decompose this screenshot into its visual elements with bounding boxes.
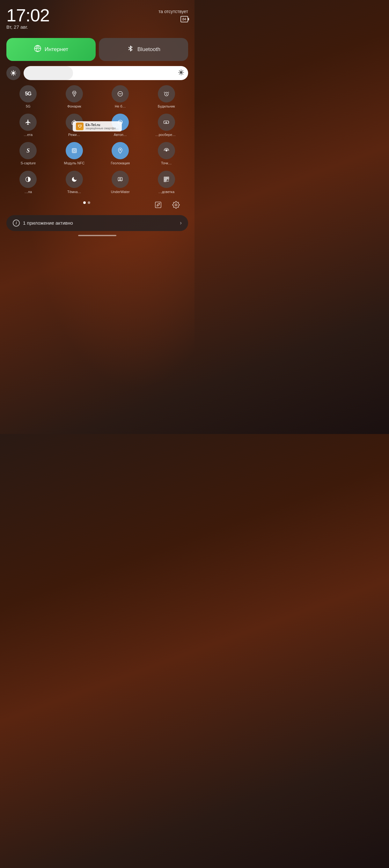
qs-contrast[interactable]: …ла [6, 171, 50, 194]
brightness-low-icon [6, 66, 21, 80]
svg-rect-45 [118, 178, 123, 181]
qs-hotspot[interactable]: Точк… [145, 142, 189, 165]
edit-button[interactable] [153, 199, 164, 211]
svg-line-14 [15, 71, 15, 72]
active-apps-banner[interactable]: i 1 приложение активно › [6, 215, 188, 231]
active-apps-text: 1 приложение активно [23, 220, 73, 226]
qs-autorotate-icon [111, 114, 129, 131]
header: 17:02 Вт, 27 авг. та отсутствует 84 [6, 6, 188, 35]
svg-text:?: ? [38, 49, 39, 51]
qs-home-label: Режи… [68, 133, 80, 137]
qs-grid-row2: …ета Режи… Автоп… [6, 114, 188, 137]
brightness-slider[interactable] [24, 66, 188, 80]
internet-toggle[interactable]: ? Интернет [6, 38, 96, 61]
qs-battery-saver-label: …росбережен… [155, 133, 177, 137]
qs-airplane-label: …ета [24, 133, 33, 137]
svg-rect-50 [167, 178, 168, 178]
qs-home[interactable]: Режи… [53, 114, 96, 137]
brightness-row [6, 66, 188, 80]
svg-rect-48 [165, 178, 165, 178]
qs-autorotate[interactable]: Автоп… [99, 114, 142, 137]
qs-grid-row3: S S-capture Модуль NFC Гео [6, 142, 188, 165]
svg-point-59 [175, 204, 177, 206]
qs-scapture-icon: S [20, 142, 37, 159]
qs-alarm[interactable]: Будильник [145, 85, 189, 108]
qs-dnd-icon [111, 85, 129, 102]
qs-underwater[interactable]: UnderWater [99, 171, 142, 194]
svg-point-41 [74, 150, 75, 151]
qs-dnd-label: Не б… [115, 104, 126, 108]
page-dot-1 [83, 202, 86, 204]
settings-button[interactable] [170, 199, 182, 211]
svg-rect-58 [155, 202, 161, 208]
svg-line-12 [15, 74, 15, 75]
qs-grid-row4: …ла Тёмна… UnderWater [6, 171, 188, 194]
qs-airplane[interactable]: …ета [6, 114, 50, 137]
page-dot-2 [88, 202, 90, 204]
page-dots [83, 202, 90, 204]
svg-line-32 [164, 92, 165, 93]
qs-flashlight-label: Фонарик [67, 104, 81, 108]
qs-geo-label: Геолокация [111, 161, 130, 165]
svg-line-33 [168, 92, 169, 93]
svg-point-43 [165, 150, 167, 152]
qs-hotspot-icon [158, 142, 175, 159]
qs-flashlight[interactable]: Фонарик [53, 85, 96, 108]
qs-underwater-label: UnderWater [111, 190, 130, 194]
qs-underwater-icon [111, 171, 129, 188]
sim-status: та отсутствует [159, 9, 188, 14]
qs-battery-saver-icon [158, 114, 175, 131]
qs-hotspot-label: Точк… [161, 161, 171, 165]
internet-label: Интернет [45, 46, 68, 53]
home-indicator [78, 235, 117, 236]
qs-dnd[interactable]: Не б… [99, 85, 142, 108]
qs-backlight-label: …дсветка [158, 190, 174, 194]
svg-line-13 [11, 74, 12, 75]
qs-battery-saver[interactable]: …росбережен… [145, 114, 189, 137]
globe-icon: ? [34, 45, 41, 54]
info-icon: i [13, 220, 20, 226]
qs-scapture-label: S-capture [21, 161, 36, 165]
qs-5g-label: 5G [26, 104, 31, 108]
qs-home-icon [66, 114, 83, 131]
qs-5g-icon: 5G [20, 85, 37, 102]
qs-nfc[interactable]: Модуль NFC [53, 142, 96, 165]
svg-rect-52 [165, 180, 165, 181]
qs-5g[interactable]: 5G 5G [6, 85, 50, 108]
brightness-high-icon [178, 69, 184, 77]
qs-geo[interactable]: Геолокация [99, 142, 142, 165]
banner-arrow-icon: › [180, 220, 182, 226]
qs-grid-row1: 5G 5G Фонарик Не б… [6, 85, 188, 108]
svg-line-22 [179, 74, 180, 74]
bluetooth-toggle[interactable]: Bluetooth [99, 38, 188, 61]
clock: 17:02 [6, 6, 50, 24]
qs-backlight[interactable]: …дсветка [145, 171, 189, 194]
svg-point-46 [120, 178, 121, 180]
qs-dark-icon [66, 171, 83, 188]
footer-icons [153, 199, 185, 211]
battery-level: 84 [183, 17, 186, 21]
qs-flashlight-icon [66, 85, 83, 102]
qs-airplane-icon [20, 114, 37, 131]
bluetooth-label: Bluetooth [137, 46, 160, 53]
qs-nfc-label: Модуль NFC [64, 161, 85, 165]
qs-backlight-icon [158, 171, 175, 188]
qs-alarm-icon [158, 85, 175, 102]
bluetooth-icon [127, 45, 134, 54]
toggle-row: ? Интернет Bluetooth [6, 38, 188, 61]
svg-line-23 [183, 70, 183, 71]
svg-line-31 [166, 94, 167, 95]
qs-contrast-label: …ла [24, 190, 32, 194]
svg-point-42 [120, 149, 121, 151]
svg-line-11 [11, 71, 12, 72]
svg-point-15 [180, 71, 183, 73]
qs-autorotate-label: Автоп… [114, 133, 127, 137]
qs-scapture[interactable]: S S-capture [6, 142, 50, 165]
qs-dark-label: Тёмна… [67, 190, 81, 194]
qs-contrast-icon [20, 171, 37, 188]
svg-line-21 [183, 74, 183, 74]
qs-dark[interactable]: Тёмна… [53, 171, 96, 194]
qs-geo-icon [111, 142, 129, 159]
battery-indicator: 84 [181, 16, 188, 22]
svg-line-20 [179, 70, 180, 71]
